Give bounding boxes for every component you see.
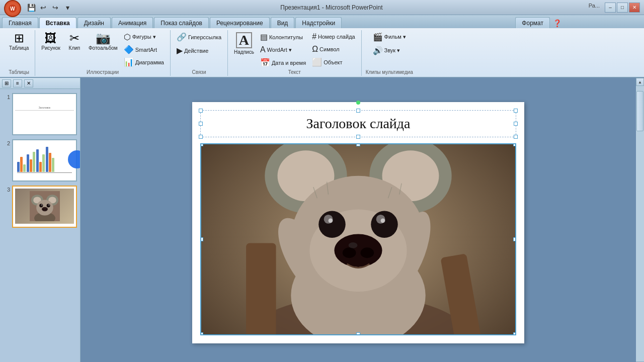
slide-title-box[interactable]: Заголовок слайда [200, 110, 516, 137]
img-handle-ml[interactable] [200, 237, 203, 241]
svg-point-34 [381, 218, 385, 223]
s1-title: Заголовок [15, 106, 74, 111]
tab-insert[interactable]: Вставка [39, 17, 76, 28]
slide-canvas[interactable]: Заголовок слайда [192, 102, 524, 343]
movie-button[interactable]: 🎬 Фильм ▾ [371, 31, 408, 43]
symbol-button[interactable]: Ω Символ [310, 44, 357, 55]
redo-button[interactable]: ↪ [50, 3, 60, 13]
tab-view[interactable]: Вид [271, 17, 295, 28]
tab-slideshow[interactable]: Показ слайдов [154, 17, 209, 28]
header-footer-button[interactable]: ▤ Колонтитулы [258, 31, 308, 43]
textbox-icon: A [236, 32, 252, 48]
action-button[interactable]: ▶ Действие [175, 45, 210, 56]
panel-close-btn[interactable]: ✕ [24, 79, 33, 87]
slidenumber-button[interactable]: # Номер слайда [310, 31, 357, 42]
slide-1-num: 1 [3, 94, 10, 100]
img-handle-tr[interactable] [513, 143, 516, 146]
slide-panel: 1 Заголовок 2 [0, 89, 80, 362]
img-handle-tc[interactable] [356, 143, 360, 146]
tab-animation[interactable]: Анимация [112, 17, 153, 28]
svg-point-33 [329, 218, 333, 223]
clip-icon: ✂ [69, 32, 79, 44]
svg-point-10 [46, 204, 50, 207]
vertical-scrollbar[interactable]: ▲ ▲ ▼ ▼ [636, 78, 644, 362]
img-handle-mr[interactable] [513, 237, 516, 241]
panel-list-btn[interactable]: ≡ [13, 79, 22, 87]
clip-button[interactable]: ✂ Клип [64, 31, 85, 52]
svg-point-38 [349, 242, 358, 248]
slide-1-wrapper: 1 Заголовок [3, 93, 77, 135]
save-button[interactable]: 💾 [26, 3, 36, 13]
svg-point-35 [334, 234, 382, 267]
chart-baseline [17, 172, 72, 173]
panel-view-btn[interactable]: ⊞ [2, 79, 11, 87]
sound-label: Звук ▾ [384, 47, 400, 54]
svg-point-11 [41, 204, 42, 205]
undo-button[interactable]: ↩ [38, 3, 48, 13]
svg-point-29 [318, 211, 345, 238]
slide-2-content [13, 140, 76, 180]
tab-design[interactable]: Дизайн [77, 17, 111, 28]
handle-ml[interactable] [199, 122, 203, 126]
tab-format[interactable]: Формат [515, 17, 550, 28]
customize-button[interactable]: ▾ [62, 3, 72, 13]
handle-bl[interactable] [199, 135, 203, 139]
maximize-button[interactable]: □ [617, 3, 628, 13]
table-icon: ⊞ [14, 32, 24, 44]
svg-point-36 [343, 247, 356, 258]
img-handle-tl[interactable] [200, 143, 203, 146]
slide-image-box[interactable] [200, 143, 516, 335]
office-button[interactable]: W [4, 0, 21, 17]
window-title: Презентация1 - Microsoft PowerPoint [280, 4, 382, 11]
handle-tl[interactable] [199, 109, 203, 113]
hyperlink-button[interactable]: 🔗 Гиперссылка [175, 31, 223, 43]
minimize-button[interactable]: – [605, 3, 616, 13]
img-handle-br[interactable] [513, 332, 516, 335]
title-bar-left: W 💾 ↩ ↪ ▾ [4, 0, 74, 17]
scroll-track[interactable] [636, 86, 644, 361]
svg-point-37 [360, 247, 374, 258]
handle-bc[interactable] [356, 135, 360, 139]
photoalbum-button[interactable]: 📷 Фотоальбом [87, 31, 120, 52]
slide-1-thumb[interactable]: Заголовок [12, 93, 77, 135]
chart-icon: 📊 [124, 57, 134, 67]
table-button[interactable]: ⊞ Таблица [7, 31, 31, 52]
scroll-thumb[interactable] [636, 91, 643, 131]
bar-1a [17, 162, 20, 172]
movie-label: Фильм ▾ [384, 34, 406, 40]
chart-button[interactable]: 📊 Диаграмма [122, 56, 166, 68]
handle-tc[interactable] [356, 109, 360, 113]
help-button[interactable]: ❓ [551, 18, 564, 28]
bar-group-3 [36, 149, 45, 172]
shapes-button[interactable]: ⬡ Фигуры ▾ [122, 31, 166, 43]
smartart-label: SmartArt [135, 47, 157, 53]
header-label: Колонтитулы [269, 34, 303, 40]
tab-review[interactable]: Рецензирование [210, 17, 270, 28]
img-handle-bc[interactable] [356, 332, 360, 335]
slide-1-title-preview: Заголовок [15, 106, 74, 111]
textbox-button[interactable]: A Надпись [232, 31, 256, 56]
smartart-button[interactable]: 🔷 SmartArt [122, 44, 166, 55]
close-button[interactable]: ✕ [629, 3, 640, 13]
koala-thumb-svg [30, 191, 60, 221]
sound-button[interactable]: 🔊 Звук ▾ [371, 45, 403, 56]
handle-br[interactable] [514, 135, 518, 139]
wordart-button[interactable]: A WordArt ▾ [258, 44, 308, 55]
rotate-handle[interactable] [356, 101, 360, 105]
img-handle-bl[interactable] [200, 332, 203, 335]
shapes-label: Фигуры ▾ [132, 34, 156, 40]
bar-2a [27, 154, 29, 172]
slide-3-thumb[interactable] [12, 186, 77, 228]
handle-mr[interactable] [514, 122, 518, 126]
wordart-label: WordArt ▾ [267, 47, 292, 53]
tab-home[interactable]: Главная [2, 17, 38, 28]
object-button[interactable]: ⬜ Объект [310, 56, 357, 68]
slide-3-num: 3 [3, 187, 10, 193]
tab-addins[interactable]: Надстройки [295, 17, 342, 28]
datetime-button[interactable]: 📅 Дата и время [258, 57, 308, 68]
scroll-up-btn[interactable]: ▲ [636, 78, 644, 86]
handle-tr[interactable] [514, 109, 518, 113]
bar-1c [23, 164, 26, 172]
slide-2-thumb[interactable] [12, 139, 77, 182]
picture-button[interactable]: 🖼 Рисунок [39, 31, 62, 52]
